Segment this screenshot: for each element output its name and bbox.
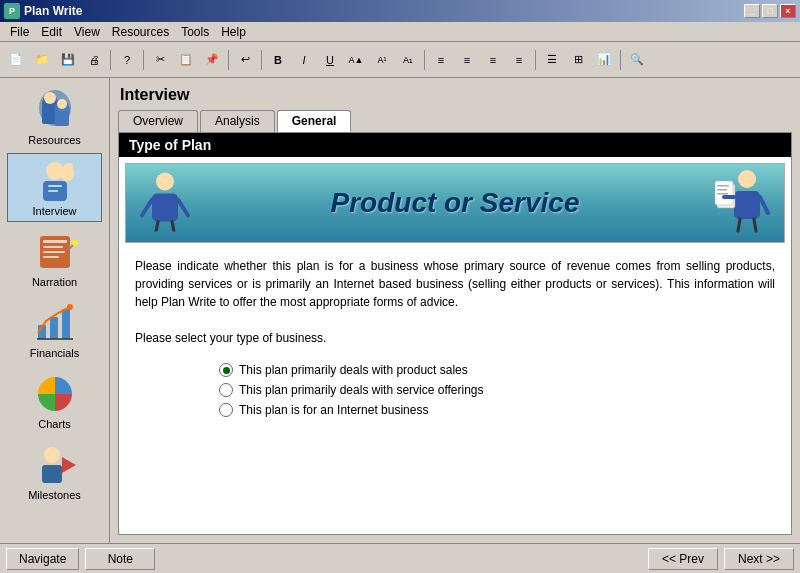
svg-rect-38 bbox=[717, 185, 729, 187]
bottom-bar: Navigate Note << Prev Next >> bbox=[0, 543, 800, 573]
sidebar-item-charts[interactable]: Charts bbox=[7, 366, 102, 435]
svg-rect-9 bbox=[48, 185, 62, 187]
toolbar-sub-icon[interactable]: A₁ bbox=[396, 48, 420, 72]
svg-point-28 bbox=[156, 173, 174, 191]
interview-icon bbox=[30, 158, 80, 203]
banner-title: Product or Service bbox=[331, 187, 580, 219]
toolbar-sep-3 bbox=[228, 50, 229, 70]
minimize-button[interactable]: _ bbox=[744, 4, 760, 18]
toolbar-fontsize-icon[interactable]: A▲ bbox=[344, 48, 368, 72]
milestones-icon bbox=[30, 442, 80, 487]
menu-edit[interactable]: Edit bbox=[35, 23, 68, 41]
interview-header: Interview bbox=[118, 86, 792, 104]
menu-tools[interactable]: Tools bbox=[175, 23, 215, 41]
financials-icon bbox=[30, 300, 80, 345]
sidebar-resources-label: Resources bbox=[28, 134, 81, 146]
product-banner: Product or Service bbox=[125, 163, 785, 243]
toolbar-chart-icon[interactable]: 📊 bbox=[592, 48, 616, 72]
svg-rect-29 bbox=[152, 194, 178, 222]
description: Please indicate whether this plan is for… bbox=[119, 249, 791, 355]
toolbar-cut-icon[interactable]: ✂ bbox=[148, 48, 172, 72]
menu-file[interactable]: File bbox=[4, 23, 35, 41]
svg-rect-17 bbox=[43, 256, 59, 258]
toolbar-paste-icon[interactable]: 📌 bbox=[200, 48, 224, 72]
radio-services-circle[interactable] bbox=[219, 383, 233, 397]
toolbar-zoom-icon[interactable]: 🔍 bbox=[625, 48, 649, 72]
navigate-button[interactable]: Navigate bbox=[6, 548, 79, 570]
radio-internet-circle[interactable] bbox=[219, 403, 233, 417]
window-controls[interactable]: _ □ × bbox=[744, 4, 796, 18]
maximize-button[interactable]: □ bbox=[762, 4, 778, 18]
radio-products-circle[interactable] bbox=[219, 363, 233, 377]
svg-rect-10 bbox=[48, 190, 58, 192]
svg-point-12 bbox=[65, 163, 73, 171]
sidebar-charts-label: Charts bbox=[38, 418, 70, 430]
toolbar-undo-icon[interactable]: ↩ bbox=[233, 48, 257, 72]
toolbar-alignright-icon[interactable]: ≡ bbox=[481, 48, 505, 72]
radio-services-label: This plan primarily deals with service o… bbox=[239, 383, 484, 397]
svg-rect-15 bbox=[43, 246, 63, 248]
svg-rect-40 bbox=[717, 193, 728, 195]
description-p2: Please select your type of business. bbox=[135, 329, 775, 347]
sidebar-milestones-label: Milestones bbox=[28, 489, 81, 501]
svg-rect-22 bbox=[62, 309, 70, 339]
radio-option-products[interactable]: This plan primarily deals with product s… bbox=[219, 363, 775, 377]
sidebar-narration-label: Narration bbox=[32, 276, 77, 288]
tab-analysis[interactable]: Analysis bbox=[200, 110, 275, 132]
sidebar-item-financials[interactable]: Financials bbox=[7, 295, 102, 364]
svg-rect-39 bbox=[717, 189, 727, 191]
radio-internet-label: This plan is for an Internet business bbox=[239, 403, 428, 417]
sidebar-item-resources[interactable]: Resources bbox=[7, 82, 102, 151]
app-icon: P bbox=[4, 3, 20, 19]
tab-overview[interactable]: Overview bbox=[118, 110, 198, 132]
sidebar-item-milestones[interactable]: Milestones bbox=[7, 437, 102, 506]
svg-point-34 bbox=[738, 170, 756, 188]
menu-bar: File Edit View Resources Tools Help bbox=[0, 22, 800, 42]
main-layout: Resources Interview bbox=[0, 78, 800, 543]
toolbar-sep-2 bbox=[143, 50, 144, 70]
banner-figure-left bbox=[138, 172, 193, 235]
svg-line-44 bbox=[754, 219, 756, 231]
toolbar-open-icon[interactable]: 📁 bbox=[30, 48, 54, 72]
toolbar-sep-1 bbox=[110, 50, 111, 70]
radio-option-internet[interactable]: This plan is for an Internet business bbox=[219, 403, 775, 417]
sidebar-item-narration[interactable]: Narration bbox=[7, 224, 102, 293]
toolbar-table-icon[interactable]: ⊞ bbox=[566, 48, 590, 72]
toolbar-justify-icon[interactable]: ≡ bbox=[507, 48, 531, 72]
close-button[interactable]: × bbox=[780, 4, 796, 18]
toolbar-alignleft-icon[interactable]: ≡ bbox=[429, 48, 453, 72]
next-button[interactable]: Next >> bbox=[724, 548, 794, 570]
menu-help[interactable]: Help bbox=[215, 23, 252, 41]
radio-products-label: This plan primarily deals with product s… bbox=[239, 363, 468, 377]
toolbar-help-icon[interactable]: ? bbox=[115, 48, 139, 72]
toolbar-sep-4 bbox=[261, 50, 262, 70]
toolbar-underline-icon[interactable]: U bbox=[318, 48, 342, 72]
svg-line-43 bbox=[738, 219, 740, 231]
svg-rect-6 bbox=[55, 111, 69, 126]
radio-option-services[interactable]: This plan primarily deals with service o… bbox=[219, 383, 775, 397]
sidebar-item-interview[interactable]: Interview bbox=[7, 153, 102, 222]
toolbar-aligncenter-icon[interactable]: ≡ bbox=[455, 48, 479, 72]
content-area: Interview Overview Analysis General Type… bbox=[110, 78, 800, 543]
toolbar-save-icon[interactable]: 💾 bbox=[56, 48, 80, 72]
toolbar-new-icon[interactable]: 📄 bbox=[4, 48, 28, 72]
menu-view[interactable]: View bbox=[68, 23, 106, 41]
menu-resources[interactable]: Resources bbox=[106, 23, 175, 41]
tabs: Overview Analysis General bbox=[118, 110, 792, 132]
narration-icon bbox=[30, 229, 80, 274]
svg-point-5 bbox=[57, 99, 67, 109]
prev-button[interactable]: << Prev bbox=[648, 548, 718, 570]
sidebar: Resources Interview bbox=[0, 78, 110, 543]
tab-general[interactable]: General bbox=[277, 110, 352, 132]
svg-line-30 bbox=[142, 200, 152, 216]
toolbar-bullets-icon[interactable]: ☰ bbox=[540, 48, 564, 72]
toolbar-bold-icon[interactable]: B bbox=[266, 48, 290, 72]
toolbar-italic-icon[interactable]: I bbox=[292, 48, 316, 72]
note-button[interactable]: Note bbox=[85, 548, 155, 570]
toolbar-copy-icon[interactable]: 📋 bbox=[174, 48, 198, 72]
svg-point-26 bbox=[44, 447, 60, 463]
svg-line-31 bbox=[178, 200, 188, 216]
toolbar-print-icon[interactable]: 🖨 bbox=[82, 48, 106, 72]
toolbar-super-icon[interactable]: A¹ bbox=[370, 48, 394, 72]
title-bar: P Plan Write _ □ × bbox=[0, 0, 800, 22]
